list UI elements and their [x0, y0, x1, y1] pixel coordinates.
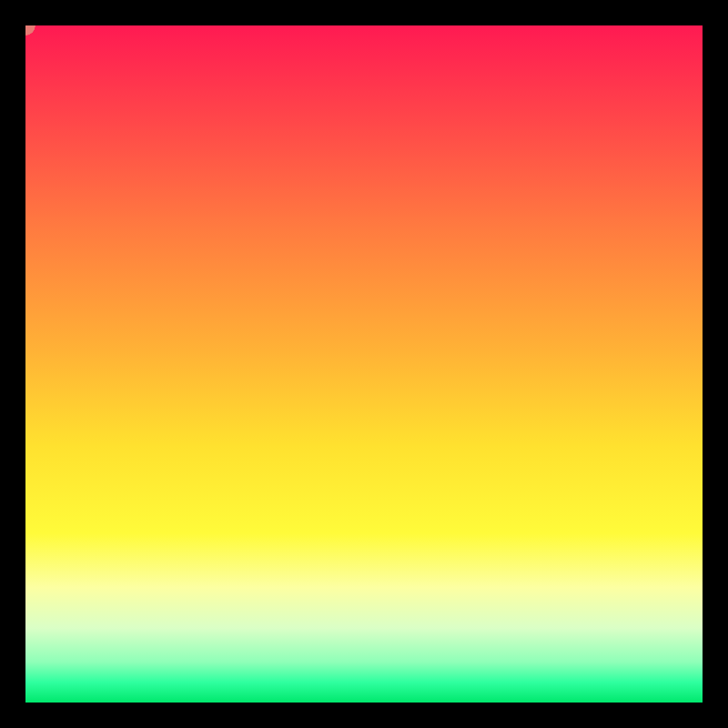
plot-area [25, 25, 703, 703]
svg-point-3 [25, 25, 35, 35]
bottleneck-curve-plot [25, 25, 703, 703]
chart-frame [0, 0, 728, 728]
valley-band [25, 25, 35, 35]
